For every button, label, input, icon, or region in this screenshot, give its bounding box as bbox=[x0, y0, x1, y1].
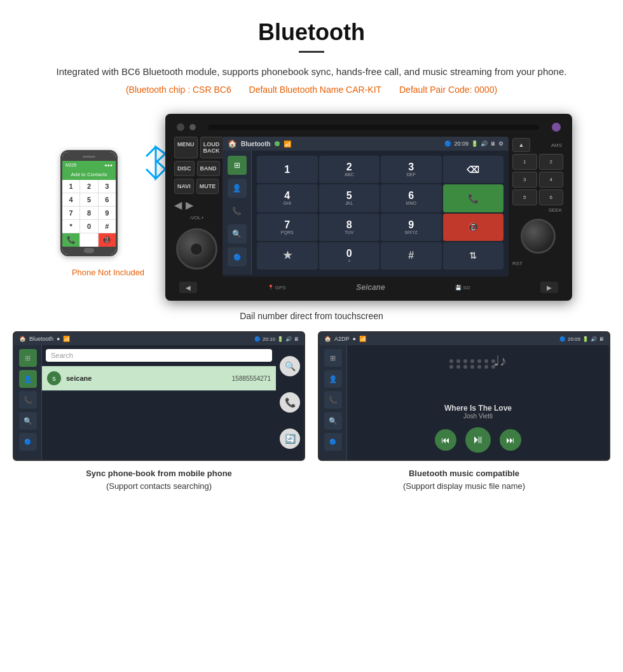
ms-bt-sidebar-icon[interactable]: 🔵 bbox=[324, 433, 342, 451]
nav-right-btn[interactable]: ▶ bbox=[540, 282, 558, 293]
phone-key-3[interactable]: 3 bbox=[99, 180, 116, 193]
sidebar-dialpad-icon[interactable]: ⊞ bbox=[228, 156, 247, 175]
pb-display: 🖥 bbox=[294, 336, 299, 342]
preset-3[interactable]: 3 bbox=[512, 172, 537, 188]
contact-name: seicane bbox=[66, 374, 92, 382]
next-btn[interactable]: ⏭ bbox=[500, 429, 521, 451]
sidebar-call-icon[interactable]: 📞 bbox=[228, 202, 247, 221]
ms-dialpad-icon[interactable]: ⊞ bbox=[324, 349, 342, 367]
music-topbar-left: 🏠 A2DP ● 📶 bbox=[324, 336, 366, 342]
refresh-action-btn[interactable]: 🔄 bbox=[280, 429, 300, 449]
title-divider bbox=[299, 51, 324, 53]
music-player-main: ♩♪ Where Is The Love Josh Vietti ⏮ ⏯ ⏭ bbox=[347, 345, 609, 460]
phone-mockup: M205●●● Add to Contacts 1 2 3 4 5 6 7 8 … bbox=[60, 150, 118, 256]
band-button[interactable]: BAND bbox=[197, 161, 220, 176]
sidebar-search-icon[interactable]: 🔍 bbox=[228, 224, 247, 243]
btn-row-34: 3 4 bbox=[512, 172, 563, 188]
preset-1[interactable]: 1 bbox=[512, 154, 537, 170]
pb-dialpad-icon[interactable]: ⊞ bbox=[19, 349, 37, 367]
ms-search-icon[interactable]: 🔍 bbox=[324, 412, 342, 430]
preset-5[interactable]: 5 bbox=[512, 189, 537, 205]
volume-knob[interactable] bbox=[176, 228, 217, 270]
car-radio-unit: MENU LOUD BACK DISC BAND NAVI MUTE ◀ ▶ -… bbox=[165, 114, 572, 301]
spec-name: Default Bluetooth Name CAR-KIT bbox=[249, 85, 382, 95]
phone-top-bar bbox=[62, 152, 116, 161]
ms-contacts-icon[interactable]: 👤 bbox=[324, 370, 342, 388]
play-pause-btn[interactable]: ⏯ bbox=[465, 427, 491, 453]
dial-end-button[interactable]: 📵 bbox=[443, 214, 504, 241]
dial-key-6[interactable]: 6MNO bbox=[381, 184, 442, 212]
dial-key-9[interactable]: 9WXYZ bbox=[381, 214, 442, 241]
pb-call-icon[interactable]: 📞 bbox=[19, 391, 37, 409]
preset-4[interactable]: 4 bbox=[539, 172, 564, 188]
dial-key-star[interactable]: ★ bbox=[257, 242, 318, 270]
screen-topbar-right: 🔵 20:09 🔋 🔊 🖥 ⚙ bbox=[444, 141, 503, 147]
phone-key-2[interactable]: 2 bbox=[80, 180, 97, 193]
pb-contacts-icon[interactable]: 👤 bbox=[19, 370, 37, 388]
phone-key-7[interactable]: 7 bbox=[62, 207, 79, 219]
music-screenshot-block: 🏠 A2DP ● 📶 🔵 20:09 🔋 🔊 🖥 ⊞ 👤 📞 bbox=[318, 331, 610, 492]
dial-key-1[interactable]: 1 bbox=[257, 156, 318, 183]
phone-key-4[interactable]: 4 bbox=[62, 193, 79, 206]
search-box[interactable]: Search bbox=[46, 349, 272, 362]
phone-key-6[interactable]: 6 bbox=[99, 193, 116, 206]
camera-dot bbox=[189, 124, 196, 130]
dial-key-5[interactable]: 5JKL bbox=[319, 184, 380, 212]
phone-key-hash[interactable]: # bbox=[99, 220, 116, 233]
dial-key-0[interactable]: 0+ bbox=[319, 242, 380, 270]
spec-chip: (Bluetooth chip : CSR BC6 bbox=[126, 85, 231, 95]
phone-key-5[interactable]: 5 bbox=[80, 193, 97, 206]
phonebook-topbar-right: 🔵 20:10 🔋 🔊 🖥 bbox=[254, 336, 299, 342]
pb-bt-sidebar-icon[interactable]: 🔵 bbox=[19, 433, 37, 451]
settings-icon: ⚙ bbox=[498, 141, 503, 147]
dial-call-button[interactable]: 📞 bbox=[443, 184, 504, 212]
phone-key-9[interactable]: 9 bbox=[99, 207, 116, 219]
dial-key-hash[interactable]: # bbox=[381, 242, 442, 270]
phone-key-0[interactable]: 0 bbox=[80, 220, 97, 233]
nav-left-btn[interactable]: ◀ bbox=[179, 282, 197, 293]
ms-call-icon[interactable]: 📞 bbox=[324, 391, 342, 409]
dial-key-3[interactable]: 3DEF bbox=[381, 156, 442, 183]
phone-end-btn[interactable]: 📵 bbox=[99, 233, 116, 247]
music-notes-icon: ♩♪ bbox=[493, 353, 507, 369]
dial-key-transfer[interactable]: ⇅ bbox=[443, 242, 504, 270]
sidebar-bt-icon[interactable]: 🔵 bbox=[228, 247, 247, 266]
phone-home-button[interactable] bbox=[84, 248, 94, 253]
call-action-btn[interactable]: 📞 bbox=[280, 392, 300, 413]
dial-key-4[interactable]: 4GHI bbox=[257, 184, 318, 212]
phonebook-topbar: 🏠 Bluetooth ● 📶 🔵 20:10 🔋 🔊 🖥 bbox=[14, 333, 304, 345]
dial-key-7[interactable]: 7PQRS bbox=[257, 214, 318, 241]
prev-btn[interactable]: ⏮ bbox=[435, 429, 456, 451]
radio-bottom-bar: ◀ 📍 GPS Seicane 💾 SD ▶ bbox=[174, 280, 563, 294]
phone-key-star[interactable]: * bbox=[62, 220, 79, 233]
menu-loudback-row: MENU LOUD BACK bbox=[174, 137, 219, 158]
pb-battery: 🔋 bbox=[277, 336, 284, 342]
ams-label: AMS bbox=[551, 142, 563, 148]
seek-knob[interactable] bbox=[521, 219, 556, 254]
navi-button[interactable]: NAVI bbox=[174, 179, 194, 194]
sidebar-contacts-icon[interactable]: 👤 bbox=[228, 179, 247, 198]
dial-key-backspace[interactable]: ⌫ bbox=[443, 156, 504, 183]
ms-vol: 🔊 bbox=[591, 336, 597, 342]
home-icon[interactable]: 🏠 bbox=[228, 139, 237, 148]
phone-call-btn[interactable]: 📞 bbox=[62, 233, 79, 247]
preset-6[interactable]: 6 bbox=[539, 189, 564, 205]
disc-button[interactable]: DISC bbox=[174, 161, 195, 176]
eject-button[interactable]: ▲ bbox=[512, 138, 530, 152]
contact-row[interactable]: s seicane 15885554271 bbox=[42, 366, 276, 391]
menu-button[interactable]: MENU bbox=[174, 137, 198, 158]
disc-band-row: DISC BAND bbox=[174, 161, 219, 176]
dial-key-8[interactable]: 8TUV bbox=[319, 214, 380, 241]
vol-label: -VOL+ bbox=[174, 215, 219, 221]
volume-icon: 🔊 bbox=[481, 141, 488, 147]
phone-key-1[interactable]: 1 bbox=[62, 180, 79, 193]
seek-label: SEEK bbox=[512, 207, 563, 213]
phone-key-8[interactable]: 8 bbox=[80, 207, 97, 219]
dial-key-2[interactable]: 2ABC bbox=[319, 156, 380, 183]
pb-search-icon[interactable]: 🔍 bbox=[19, 412, 37, 430]
phonebook-sidebar: ⊞ 👤 📞 🔍 🔵 bbox=[14, 345, 42, 460]
search-action-btn[interactable]: 🔍 bbox=[280, 356, 300, 376]
mute-button[interactable]: MUTE bbox=[196, 179, 219, 194]
loud-back-button[interactable]: LOUD BACK bbox=[200, 137, 223, 158]
preset-2[interactable]: 2 bbox=[539, 154, 564, 170]
